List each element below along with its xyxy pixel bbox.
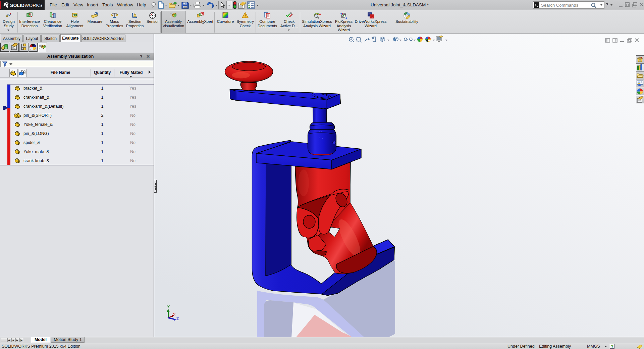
svg-text:SOLIDWORKS: SOLIDWORKS: [10, 3, 42, 8]
